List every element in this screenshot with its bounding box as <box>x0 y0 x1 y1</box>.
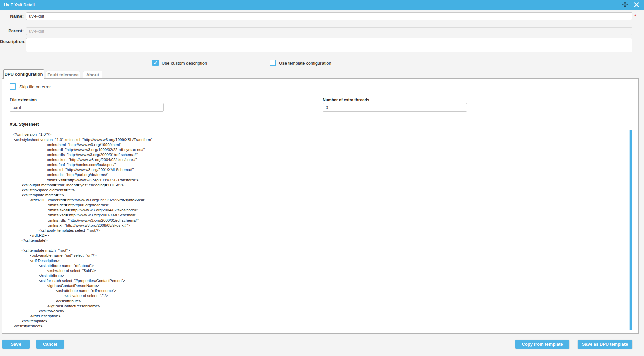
xsl-stylesheet-label: XSL Stylesheet <box>10 122 39 127</box>
scrollbar-thumb[interactable] <box>630 130 632 330</box>
dialog-title: Uv-T-Xslt Detail <box>4 3 35 7</box>
parent-label: Parent: <box>0 28 24 33</box>
use-template-configuration-checkbox[interactable] <box>270 60 276 66</box>
skip-file-on-error-label: Skip file on error <box>19 84 51 89</box>
extra-threads-label: Number of extra threads <box>323 97 369 102</box>
move-icon[interactable] <box>622 2 628 8</box>
copy-from-template-button[interactable]: Copy from template <box>515 340 569 349</box>
save-as-dpu-template-button[interactable]: Save as DPU template <box>578 340 632 349</box>
name-input[interactable] <box>26 12 632 20</box>
use-template-configuration-label: Use template configuration <box>279 61 331 66</box>
save-button[interactable]: Save <box>2 340 30 349</box>
dpu-detail-dialog: Uv-T-Xslt Detail Name: * Parent: Descrip… <box>0 0 644 356</box>
description-input[interactable] <box>26 38 632 52</box>
parent-input <box>26 27 632 35</box>
close-icon[interactable] <box>634 2 639 8</box>
tab-fault-tolerance[interactable]: Fault tolerance <box>46 71 80 78</box>
use-custom-description-label: Use custom description <box>162 61 207 66</box>
tab-about[interactable]: About <box>83 71 102 78</box>
file-extension-label: File extension <box>10 97 37 102</box>
xsl-stylesheet-editor[interactable]: <?xml version="1.0"?> <xsl:stylesheet ve… <box>10 129 636 331</box>
tab-dpu-configuration[interactable]: DPU configuration <box>3 69 44 79</box>
required-asterisk: * <box>634 13 636 18</box>
dpu-configuration-panel: Skip file on error File extension Number… <box>2 78 639 334</box>
skip-file-on-error-checkbox[interactable] <box>10 83 16 90</box>
use-custom-description-checkbox[interactable] <box>152 60 159 66</box>
cancel-button[interactable]: Cancel <box>36 340 64 349</box>
file-extension-input[interactable] <box>10 103 164 112</box>
name-label: Name: <box>0 14 24 19</box>
dialog-titlebar: Uv-T-Xslt Detail <box>0 0 644 10</box>
extra-threads-input[interactable] <box>323 103 467 112</box>
description-label: Description: <box>0 39 24 44</box>
xsl-stylesheet-code[interactable]: <?xml version="1.0"?> <xsl:stylesheet ve… <box>10 129 636 329</box>
